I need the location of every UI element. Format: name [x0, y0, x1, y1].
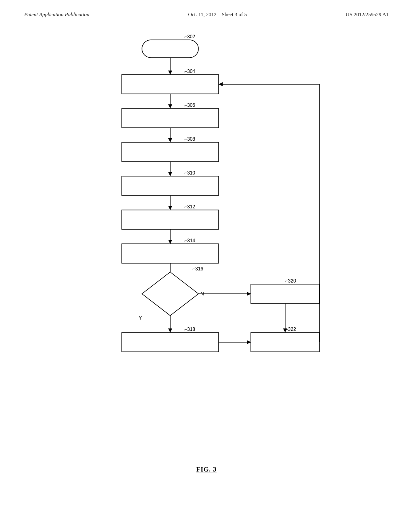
- flowchart-svg: ⌐302 ⌐304 ⌐306 ⌐308 ⌐310 ⌐312: [77, 22, 336, 445]
- label-322: ⌐322: [285, 326, 296, 332]
- node-314: [122, 244, 219, 263]
- node-304: [122, 75, 219, 94]
- arrowhead-308-310: [168, 172, 172, 176]
- label-314: ⌐314: [184, 238, 195, 243]
- label-306: ⌐306: [184, 102, 195, 108]
- node-310: [122, 176, 219, 195]
- label-320: ⌐320: [285, 278, 296, 284]
- page-header: Patent Application Publication Oct. 11, …: [0, 0, 413, 18]
- node-308: [122, 142, 219, 162]
- node-320: [251, 284, 319, 303]
- header-patent-number: US 2012/259529 A1: [346, 11, 389, 18]
- arrowhead-318-322: [247, 340, 251, 344]
- header-publication-type: Patent Application Publication: [24, 11, 90, 18]
- diagram-container: ⌐302 ⌐304 ⌐306 ⌐308 ⌐310 ⌐312: [0, 22, 413, 485]
- arrowhead-304-306: [168, 104, 172, 108]
- arrowhead-312-314: [168, 240, 172, 244]
- label-308: ⌐308: [184, 136, 195, 142]
- node-312: [122, 210, 219, 229]
- label-310: ⌐310: [184, 170, 195, 176]
- node-302: [142, 40, 198, 58]
- header-sheet: Sheet 3 of 5: [222, 11, 247, 17]
- label-316: ⌐316: [192, 266, 203, 272]
- arrowhead-316-320: [247, 292, 251, 296]
- node-316: [142, 272, 198, 316]
- label-312: ⌐312: [184, 204, 195, 210]
- arrowhead-310-312: [168, 206, 172, 210]
- arrowhead-302-304: [168, 71, 172, 75]
- arrowhead-306-308: [168, 138, 172, 142]
- figure-caption: FIG. 3: [196, 466, 217, 473]
- header-date-sheet: Oct. 11, 2012 Sheet 3 of 5: [188, 11, 247, 18]
- arrowhead-316-318: [168, 328, 172, 332]
- node-306: [122, 108, 219, 128]
- node-322: [251, 332, 319, 352]
- label-318: ⌐318: [184, 326, 195, 332]
- label-302: ⌐302: [184, 34, 195, 39]
- header-date: Oct. 11, 2012: [188, 11, 216, 17]
- node-318: [122, 332, 219, 352]
- y-label: Y: [139, 315, 142, 321]
- arrowhead-feedback: [219, 82, 223, 86]
- label-304: ⌐304: [184, 69, 195, 74]
